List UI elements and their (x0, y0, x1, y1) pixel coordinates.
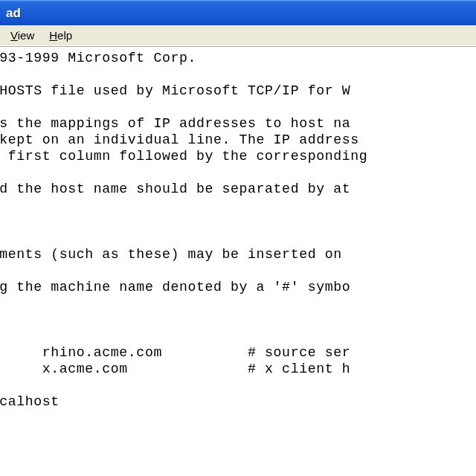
window-title: ad (6, 6, 21, 21)
text-editor-area[interactable]: ght (c) 1993-1999 Microsoft Corp. a samp… (0, 46, 476, 476)
notepad-window: ad View Help ght (c) 1993-1999 Microsoft… (0, 0, 476, 476)
file-content[interactable]: ght (c) 1993-1999 Microsoft Corp. a samp… (0, 50, 476, 410)
titlebar[interactable]: ad (0, 0, 476, 25)
menu-view[interactable]: View (3, 28, 42, 43)
menubar: View Help (0, 25, 476, 46)
menu-help[interactable]: Help (42, 28, 80, 43)
